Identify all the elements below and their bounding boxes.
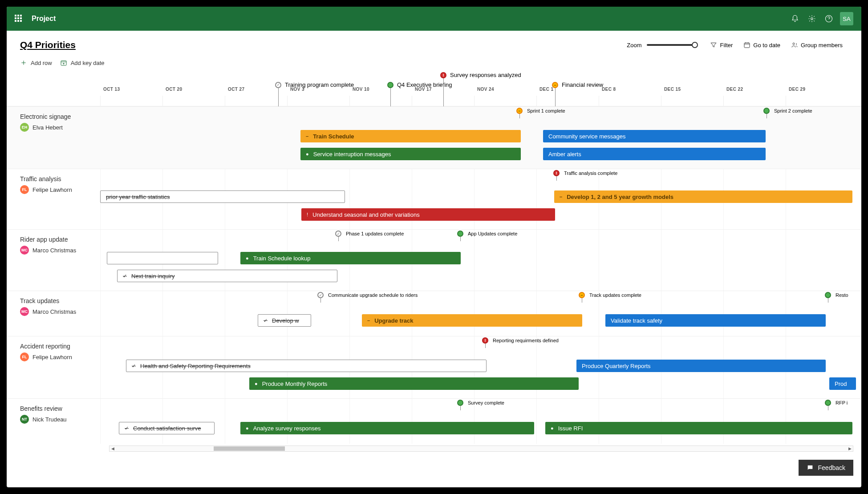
zoom-control[interactable]: Zoom [627, 42, 696, 49]
milestone-financial-review[interactable]: –Financial review [552, 81, 603, 88]
bar-validate-safety[interactable]: Validate track safety [605, 314, 826, 327]
dot-icon [763, 108, 770, 114]
bar-quarterly-reports[interactable]: Produce Quarterly Reports [576, 360, 826, 372]
milestone-resto[interactable]: Resto [825, 292, 848, 298]
bar-service-interrupt[interactable]: ●Service interruption messages [300, 148, 521, 160]
bar-next-train[interactable]: ✓Next train inquiry [117, 270, 337, 282]
lane-electronic-signage: Electronic signage EHElva Hebert –Sprint… [7, 106, 861, 169]
dot-icon [457, 231, 463, 237]
svg-point-3 [793, 43, 795, 45]
gear-icon[interactable] [803, 10, 820, 27]
bar-hs-reqs[interactable]: ✓Health and Safety Reporting Requirement… [126, 360, 487, 372]
avatar: EH [20, 123, 29, 132]
scroll-thumb[interactable] [214, 446, 285, 451]
page-header: Q4 Priorities Zoom Filter Go to date Gro… [7, 31, 861, 59]
lane-assignee[interactable]: NTNick Trudeau [20, 415, 114, 424]
lane-track-updates: Track updates MCMarco Christmas Communic… [7, 291, 861, 336]
milestone-phase1[interactable]: Phase 1 updates complete [335, 231, 404, 237]
user-avatar[interactable]: SA [840, 12, 853, 25]
svg-rect-2 [744, 43, 750, 48]
lane-accident-reporting: Accident reporting FLFelipe Lawhorn !Rep… [7, 336, 861, 398]
lane-assignee[interactable]: MCMarco Christmas [20, 307, 114, 316]
help-icon[interactable] [820, 10, 837, 27]
bar-growth-models[interactable]: –Develop 1, 2 and 5 year growth models [554, 190, 852, 203]
avatar: MC [20, 307, 29, 316]
project-title[interactable]: Q4 Priorities [20, 40, 76, 50]
bar-conduct-survey[interactable]: ✓Conduct satisfaction surve [119, 422, 215, 434]
dash-icon: – [367, 318, 370, 323]
bar-issue-rfi[interactable]: ●Issue RFI [545, 422, 852, 434]
dot-icon: ● [306, 151, 309, 157]
check-icon [335, 231, 341, 237]
bar-prior-year-stats[interactable]: prior year traffic statistics [100, 190, 345, 203]
avatar: MC [20, 246, 29, 255]
milestone-communicate[interactable]: Communicate upgrade schedule to riders [317, 292, 418, 298]
goto-date-button[interactable]: Go to date [738, 41, 786, 49]
dot-icon [457, 400, 463, 406]
dot-icon: ● [246, 255, 249, 261]
bar-train-schedule[interactable]: –Train Schedule [300, 130, 521, 142]
dash-icon: – [516, 108, 523, 114]
group-members-button[interactable]: Group members [786, 41, 848, 49]
avatar: FL [20, 352, 29, 361]
add-row-button[interactable]: Add row [20, 59, 52, 66]
milestone-survey-complete[interactable]: Survey complete [457, 400, 504, 406]
alert-icon: ! [440, 72, 446, 78]
alert-icon: ! [307, 212, 308, 217]
milestone-survey-analyzed[interactable]: !Survey responses analyzed [440, 72, 521, 78]
scroll-left-icon[interactable]: ◀ [110, 446, 116, 451]
zoom-label: Zoom [627, 42, 641, 49]
bar-amber-alerts[interactable]: Amber alerts [543, 148, 766, 160]
bar-monthly-reports[interactable]: ●Produce Monthly Reports [249, 377, 579, 390]
milestone-q4-briefing[interactable]: Q4 Executive briefing [387, 81, 452, 88]
check-icon: ✓ [125, 425, 129, 431]
milestone-sprint2[interactable]: Sprint 2 complete [763, 108, 812, 114]
lane-title: Benefits review [20, 405, 114, 412]
lane-assignee[interactable]: MCMarco Christmas [20, 246, 114, 255]
lane-title: Accident reporting [20, 343, 114, 350]
dash-icon: – [552, 82, 558, 88]
filter-button[interactable]: Filter [705, 41, 738, 49]
bar-prod[interactable]: Prod [829, 377, 856, 390]
bar-done-1[interactable] [107, 252, 218, 264]
lane-assignee[interactable]: FLFelipe Lawhorn [20, 352, 114, 361]
milestone-sprint1[interactable]: –Sprint 1 complete [516, 108, 565, 114]
milestone-rfp[interactable]: RFP i [825, 400, 848, 406]
app-launcher-icon[interactable] [15, 15, 23, 23]
lane-rider-app: Rider app update MCMarco Christmas Phase… [7, 229, 861, 291]
dash-icon: – [306, 134, 308, 139]
lane-assignee[interactable]: FLFelipe Lawhorn [20, 185, 114, 194]
bar-train-lookup[interactable]: ●Train Schedule lookup [240, 252, 461, 264]
horizontal-scrollbar[interactable]: ◀ ▶ [109, 445, 853, 452]
bar-seasonal-variations[interactable]: !Understand seasonal and other variation… [301, 208, 555, 221]
lane-traffic-analysis: Traffic analysis FLFelipe Lawhorn !Traff… [7, 169, 861, 229]
milestone-reporting-defined[interactable]: !Reporting requirments defined [482, 337, 559, 344]
milestone-app-updates[interactable]: App Updates complete [457, 231, 517, 237]
lane-title: Traffic analysis [20, 175, 114, 182]
notification-icon[interactable] [787, 10, 803, 27]
bar-community-msgs[interactable]: Community service messages [543, 130, 766, 142]
lane-title: Electronic signage [20, 113, 114, 120]
check-icon [275, 82, 281, 88]
app-title: Project [32, 15, 56, 23]
date-axis: OCT 13 OCT 20 OCT 27 NOV 3 NOV 10 NOV 17… [7, 96, 861, 106]
scroll-right-icon[interactable]: ▶ [847, 446, 853, 451]
dot-icon [387, 82, 393, 88]
dot-icon: ● [551, 425, 554, 431]
bar-develop-w[interactable]: ✓Develop w [258, 314, 311, 327]
svg-point-0 [811, 18, 813, 20]
milestone-track-complete[interactable]: –Track updates complete [579, 292, 641, 298]
top-bar: Project SA [7, 7, 861, 31]
bar-upgrade-track[interactable]: –Upgrade track [362, 314, 582, 327]
milestone-traffic-complete[interactable]: !Traffic analysis complete [553, 170, 617, 176]
dash-icon: – [560, 194, 562, 199]
zoom-slider[interactable] [647, 44, 696, 46]
bar-analyze-survey[interactable]: ●Analyze survey responses [240, 422, 534, 434]
alert-icon: ! [482, 337, 488, 344]
avatar: NT [20, 415, 29, 424]
feedback-button[interactable]: Feedback [799, 460, 853, 476]
milestone-training-complete[interactable]: Training program complete [275, 81, 354, 88]
lane-assignee[interactable]: EHElva Hebert [20, 123, 114, 132]
dot-icon: ● [246, 425, 249, 431]
add-key-date-button[interactable]: Add key date [60, 59, 105, 66]
